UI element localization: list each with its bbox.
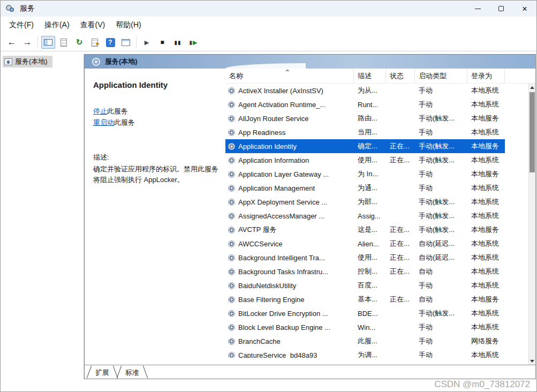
close-icon: × bbox=[522, 4, 527, 13]
extended-view-button[interactable] bbox=[119, 36, 133, 49]
close-button[interactable]: × bbox=[513, 1, 536, 17]
table-row[interactable]: AWCCService Alien... 正在... 自动(延迟... 本地系统 bbox=[225, 237, 505, 251]
export-list-icon bbox=[92, 39, 98, 47]
restart-service-link[interactable]: 重启动 bbox=[93, 118, 114, 126]
export-list-button[interactable] bbox=[88, 36, 102, 49]
title-bar: 服务 × bbox=[1, 1, 536, 17]
table-row[interactable]: ActiveX Installer (AxInstSV) 为从... 手动 本地… bbox=[225, 84, 505, 97]
service-gear-icon bbox=[228, 213, 235, 220]
start-service-button[interactable]: ▶ bbox=[140, 36, 154, 49]
service-gear-icon bbox=[228, 268, 235, 275]
service-description: Runt... bbox=[354, 101, 386, 109]
service-name: Application Identity bbox=[238, 142, 297, 150]
table-row[interactable]: Background Tasks Infrastru... 控制... 正在..… bbox=[225, 265, 505, 278]
table-row[interactable]: AssignedAccessManager ... Assig... 手动(触发… bbox=[225, 209, 505, 223]
menu-action[interactable]: 操作(A) bbox=[39, 18, 75, 33]
tab-standard[interactable]: 标准 bbox=[117, 365, 147, 379]
service-logon-as: 本地系统 bbox=[467, 267, 505, 276]
menu-file[interactable]: 文件(F) bbox=[4, 18, 39, 33]
service-gear-icon bbox=[228, 352, 235, 358]
service-logon-as: 本地系统 bbox=[467, 86, 505, 95]
maximize-icon bbox=[498, 6, 504, 11]
table-row[interactable]: Agent Activation Runtime_... Runt... 手动 … bbox=[225, 97, 505, 111]
properties-icon bbox=[60, 39, 67, 47]
service-description: BDE... bbox=[354, 310, 386, 318]
service-name: AVCTP 服务 bbox=[238, 225, 277, 235]
tree-item-services-local[interactable]: 服务(本地) bbox=[3, 56, 52, 67]
table-row[interactable]: Background Intelligent Tra... 使用... 正在..… bbox=[225, 251, 505, 265]
column-header-startup-type[interactable]: 启动类型 bbox=[415, 69, 467, 83]
service-name: BaiduNetdiskUtility bbox=[238, 282, 296, 290]
service-startup-type: 手动(触发... bbox=[415, 211, 467, 221]
stop-service-button[interactable]: ■ bbox=[155, 36, 169, 49]
help-icon: ? bbox=[106, 38, 115, 47]
show-console-tree-button[interactable] bbox=[41, 36, 55, 49]
minimize-button[interactable] bbox=[466, 1, 489, 17]
service-startup-type: 手动 bbox=[415, 127, 467, 137]
service-gear-icon bbox=[228, 129, 235, 136]
refresh-button[interactable]: ↻ bbox=[72, 36, 86, 49]
service-status: 正在... bbox=[386, 295, 415, 304]
services-panel: 服务(本地) Application Identity 停止此服务 重启动此服务… bbox=[84, 54, 536, 379]
table-row[interactable]: AVCTP 服务 这是... 正在... 手动(触发... 本地服务 bbox=[225, 223, 505, 237]
service-startup-type: 手动 bbox=[415, 86, 467, 95]
help-button[interactable]: ? bbox=[103, 36, 117, 49]
service-gear-icon bbox=[228, 324, 235, 331]
scrollbar-thumb[interactable] bbox=[530, 92, 535, 172]
restart-service-button[interactable]: ▮▶ bbox=[186, 36, 200, 49]
table-row[interactable]: AppX Deployment Service ... 为部... 手动(触发.… bbox=[225, 195, 505, 209]
back-button[interactable]: ← bbox=[5, 36, 19, 49]
scroll-down-button[interactable] bbox=[529, 357, 535, 365]
service-gear-icon bbox=[228, 171, 235, 178]
pause-service-button[interactable]: ▮▮ bbox=[171, 36, 185, 49]
scroll-up-button[interactable] bbox=[529, 84, 535, 91]
table-row[interactable]: Application Information 使用... 正在... 手动(触… bbox=[225, 153, 505, 167]
menu-view[interactable]: 查看(V) bbox=[75, 18, 111, 33]
extended-view-icon bbox=[122, 39, 130, 46]
service-startup-type: 手动(触发... bbox=[415, 155, 467, 165]
table-row[interactable]: Application Identity 确定... 正在... 手动(触发..… bbox=[225, 139, 505, 153]
forward-button[interactable]: → bbox=[20, 36, 34, 49]
panel-header-title: 服务(本地) bbox=[105, 57, 138, 66]
properties-button[interactable] bbox=[57, 36, 71, 49]
description-text: 确定并验证应用程序的标识。禁用此服务将阻止强制执行 AppLocker。 bbox=[93, 164, 218, 185]
maximize-button[interactable] bbox=[489, 1, 513, 17]
service-gear-icon bbox=[228, 185, 235, 192]
table-row[interactable]: BranchCache 此服... 手动 网络服务 bbox=[225, 334, 505, 348]
table-row[interactable]: App Readiness 当用... 手动 本地系统 bbox=[225, 125, 505, 139]
service-description: 为部... bbox=[354, 197, 386, 207]
table-row[interactable]: Block Level Backup Engine ... Win... 手动 … bbox=[225, 320, 505, 334]
menu-bar: 文件(F) 操作(A) 查看(V) 帮助(H) bbox=[1, 17, 536, 34]
service-logon-as: 本地服务 bbox=[467, 141, 505, 151]
service-startup-type: 自动(延迟... bbox=[415, 253, 467, 262]
tab-extended[interactable]: 扩展 bbox=[87, 365, 117, 379]
vertical-scrollbar[interactable] bbox=[528, 84, 535, 365]
column-header-name[interactable]: 名称 bbox=[225, 69, 354, 83]
menu-help[interactable]: 帮助(H) bbox=[110, 18, 146, 33]
table-row[interactable]: BaiduNetdiskUtility 百度... 手动 本地系统 bbox=[225, 278, 505, 292]
column-header-description[interactable]: 描述 bbox=[354, 69, 386, 83]
service-description: 路由... bbox=[354, 114, 386, 123]
table-row[interactable]: Application Layer Gateway ... 为 In... 手动… bbox=[225, 167, 505, 181]
column-header-status[interactable]: 状态 bbox=[386, 69, 415, 83]
table-row[interactable]: CaptureService_bd48a93 为调... 手动 本地系统 bbox=[225, 348, 505, 358]
header-swoosh-decoration bbox=[225, 63, 306, 69]
service-name: AWCCService bbox=[238, 240, 283, 248]
scroll-up-icon bbox=[530, 86, 534, 89]
table-row[interactable]: AllJoyn Router Service 路由... 手动(触发... 本地… bbox=[225, 111, 505, 125]
service-logon-as: 本地系统 bbox=[467, 155, 505, 165]
service-gear-icon bbox=[228, 101, 235, 108]
table-row[interactable]: Base Filtering Engine 基本... 正在... 自动 本地服… bbox=[225, 292, 505, 306]
column-header-logon-as[interactable]: 登录为 bbox=[467, 69, 505, 83]
stop-service-link[interactable]: 停止 bbox=[93, 107, 107, 115]
service-name: AssignedAccessManager ... bbox=[238, 212, 324, 220]
service-gear-icon bbox=[228, 199, 235, 206]
service-gear-icon bbox=[228, 240, 235, 247]
table-row[interactable]: BitLocker Drive Encryption ... BDE... 手动… bbox=[225, 306, 505, 320]
watermark-text: CSDN @m0_73812072 bbox=[434, 379, 530, 390]
service-gear-icon bbox=[228, 254, 235, 261]
service-gear-icon bbox=[228, 296, 235, 303]
table-row[interactable]: Application Management 为通... 手动 本地系统 bbox=[225, 181, 505, 195]
pause-service-icon: ▮▮ bbox=[174, 40, 181, 46]
service-description: 使用... bbox=[354, 253, 386, 262]
